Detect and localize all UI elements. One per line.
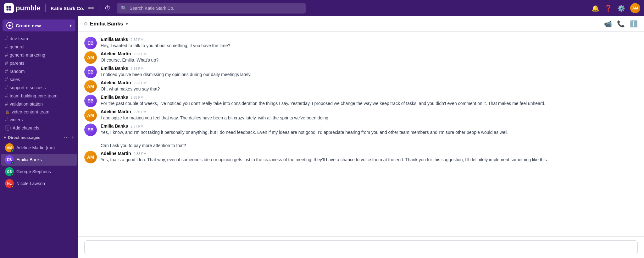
chat-header-chevron-icon[interactable]: ▾ xyxy=(126,21,128,26)
dm-avatar: AM xyxy=(5,143,14,152)
channel-name: support-n-success xyxy=(10,85,46,90)
dm-section-label: Direct messages xyxy=(8,135,40,140)
voice-call-icon[interactable]: 📞 xyxy=(617,20,625,28)
add-channels-label: Add channels xyxy=(13,125,39,130)
info-icon[interactable]: ℹ️ xyxy=(630,20,638,28)
search-bar[interactable]: 🔍 xyxy=(117,3,306,14)
dm-section-header[interactable]: ▾ Direct messages ⋯ + xyxy=(0,132,78,142)
settings-icon[interactable]: ⚙️ xyxy=(617,4,625,12)
message: AMAdeline Martin2:36 PMI apologize for m… xyxy=(84,109,638,122)
workspace-more-button[interactable]: ••• xyxy=(88,5,94,12)
message-input[interactable] xyxy=(84,240,638,254)
sidebar-channel-general-marketing[interactable]: #general-marketing xyxy=(1,51,77,59)
message-text: Yes, I know, and I'm not taking it perso… xyxy=(101,129,638,149)
message: EBEmilia Banks2:37 PMYes, I know, and I'… xyxy=(84,124,638,149)
channel-name: random xyxy=(10,69,25,74)
message-text: I noticed you've been dismissing my opin… xyxy=(101,71,638,78)
message: AMAdeline Martin2:33 PMOh, what makes yo… xyxy=(84,80,638,93)
hash-icon: # xyxy=(5,44,8,50)
hash-icon: # xyxy=(5,117,8,123)
chat-area: Emilia Banks ▾ 📹 📞 ℹ️ EBEmilia Banks2:32… xyxy=(78,16,644,258)
message-text: Oh, what makes you say that? xyxy=(101,86,638,92)
message-time: 2:33 PM xyxy=(133,52,146,56)
hash-icon: # xyxy=(5,36,8,41)
channel-name: writers xyxy=(10,117,23,122)
sidebar-channel-validation-station[interactable]: #validation-station xyxy=(1,100,77,108)
hash-icon: # xyxy=(5,52,8,58)
video-call-icon[interactable]: 📹 xyxy=(604,20,612,28)
message-avatar: EB xyxy=(84,95,97,107)
main-layout: + Create new ▾ #dev-team#general#general… xyxy=(0,16,644,258)
dm-name: Emilia Banks xyxy=(16,157,42,162)
dm-item-emilia-banks[interactable]: EBEmilia Banks xyxy=(1,154,77,166)
dm-more-icon[interactable]: ⋯ xyxy=(64,134,69,140)
message-avatar: EB xyxy=(84,124,97,136)
logo-icon xyxy=(4,3,14,13)
sidebar: + Create new ▾ #dev-team#general#general… xyxy=(0,16,78,258)
sidebar-channel-sales[interactable]: #sales xyxy=(1,75,77,84)
dm-item-nicole-lawson[interactable]: NLNicole Lawson xyxy=(1,178,77,189)
input-area xyxy=(78,236,644,258)
sidebar-channel-general[interactable]: #general xyxy=(1,43,77,51)
lock-icon: 🔒 xyxy=(5,110,10,114)
dm-list: AMAdeline Martin (me)EBEmilia BanksGSGeo… xyxy=(0,142,78,189)
create-new-label: Create new xyxy=(16,23,41,28)
dm-add-icon[interactable]: + xyxy=(71,134,74,140)
channel-name: general-marketing xyxy=(10,52,45,58)
message-time: 2:37 PM xyxy=(130,124,143,128)
sidebar-channel-team-building-core-team[interactable]: #team-building-core-team xyxy=(1,92,77,100)
topbar-divider2 xyxy=(99,4,99,12)
hash-icon: # xyxy=(5,101,8,107)
status-dot xyxy=(11,161,14,164)
hash-icon: # xyxy=(5,60,8,66)
dm-avatar: EB xyxy=(5,155,14,164)
sidebar-channel-parents[interactable]: #parents xyxy=(1,59,77,67)
channel-name: video-content-team xyxy=(12,109,49,114)
message-author: Adeline Martin xyxy=(101,80,131,85)
dm-name: George Stephens xyxy=(16,169,51,174)
status-dot xyxy=(11,149,14,152)
message-author: Adeline Martin xyxy=(101,151,131,156)
message: AMAdeline Martin2:38 PMYes, that's a goo… xyxy=(84,151,638,163)
message-text: I apologize for making you feel that way… xyxy=(101,115,638,121)
dm-avatar: NL xyxy=(5,179,14,188)
message-text: Hey, I wanted to talk to you about somet… xyxy=(101,42,638,49)
channel-name: general xyxy=(10,44,25,49)
message-author: Emilia Banks xyxy=(101,124,128,129)
sidebar-channel-support-n-success[interactable]: #support-n-success xyxy=(1,84,77,92)
message-author: Emilia Banks xyxy=(101,95,128,100)
messages-container: EBEmilia Banks2:32 PMHey, I wanted to ta… xyxy=(78,32,644,236)
dm-item-george-stephens[interactable]: GSGeorge Stephens xyxy=(1,166,77,178)
message-text: Yes, that's a good idea. That way, even … xyxy=(101,156,638,163)
sidebar-channel-dev-team[interactable]: #dev-team xyxy=(1,35,77,43)
message-avatar: AM xyxy=(84,51,97,64)
message-time: 2:35 PM xyxy=(130,96,143,99)
dm-name: Nicole Lawson xyxy=(16,181,45,186)
dm-item-adeline-martin-(me)[interactable]: AMAdeline Martin (me) xyxy=(1,142,77,154)
sidebar-channel-writers[interactable]: #writers xyxy=(1,116,77,124)
topbar-right: 🔔 ❓ ⚙️ AM xyxy=(591,3,640,13)
history-icon[interactable]: ⏱ xyxy=(104,5,111,12)
search-icon: 🔍 xyxy=(121,5,127,11)
hash-icon: # xyxy=(5,77,8,82)
message-time: 2:33 PM xyxy=(133,81,146,85)
message-time: 2:33 PM xyxy=(130,67,143,70)
hash-icon: # xyxy=(5,85,8,91)
sidebar-channel-random[interactable]: #random xyxy=(1,67,77,75)
search-input[interactable] xyxy=(130,6,302,11)
create-new-button[interactable]: + Create new ▾ xyxy=(3,19,75,31)
message-text: For the past couple of weeks, I've notic… xyxy=(101,100,638,107)
dm-chevron-icon: ▾ xyxy=(4,135,6,140)
svg-rect-1 xyxy=(9,6,11,8)
help-icon[interactable]: ❓ xyxy=(604,4,612,12)
add-channels-button[interactable]: + Add channels xyxy=(1,124,77,132)
message: EBEmilia Banks2:33 PMI noticed you've be… xyxy=(84,66,638,78)
user-avatar[interactable]: AM xyxy=(630,3,640,13)
message: EBEmilia Banks2:32 PMHey, I wanted to ta… xyxy=(84,37,638,49)
create-new-plus-icon: + xyxy=(6,22,13,29)
notification-icon[interactable]: 🔔 xyxy=(591,4,599,12)
logo: pumble xyxy=(4,3,40,13)
message-avatar: EB xyxy=(84,66,97,78)
status-dot xyxy=(11,173,14,176)
sidebar-channel-video-content-team[interactable]: 🔒video-content-team xyxy=(1,108,77,116)
